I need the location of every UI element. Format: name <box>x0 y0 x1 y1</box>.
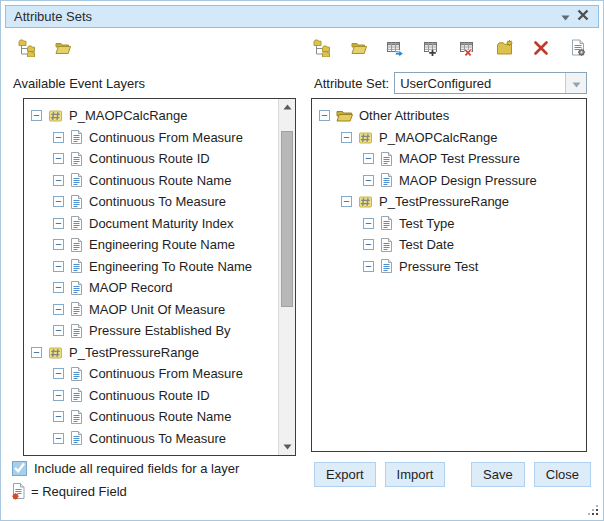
open-folder-icon <box>54 39 72 60</box>
collapse-expander-icon[interactable] <box>53 433 64 444</box>
collapse-expander-icon[interactable] <box>341 132 352 143</box>
layers-tree-button[interactable] <box>312 39 332 59</box>
tree-item[interactable]: Engineering To Route Name <box>24 256 278 278</box>
collapse-expander-icon[interactable] <box>53 368 64 379</box>
tree-item[interactable]: Test Date <box>312 234 586 256</box>
tree-item-label: Other Attributes <box>359 108 449 123</box>
collapse-expander-icon[interactable] <box>363 153 374 164</box>
field-icon <box>70 129 83 145</box>
field-icon <box>380 215 393 231</box>
close-dialog-button[interactable]: Close <box>534 462 591 487</box>
combobox-value: UserConfigured <box>395 76 565 91</box>
collapse-expander-icon[interactable] <box>53 304 64 315</box>
collapse-expander-icon[interactable] <box>53 239 64 250</box>
vertical-scrollbar[interactable] <box>278 99 295 455</box>
collapse-expander-icon[interactable] <box>53 325 64 336</box>
layers-tree-button[interactable] <box>17 39 37 59</box>
open-folder-button[interactable] <box>53 39 73 59</box>
tree-item[interactable]: P_TestPressureRange <box>24 342 278 364</box>
tree-item-label: Continuous Route Name <box>89 409 231 424</box>
tree-item[interactable]: Pressure Established By <box>24 320 278 342</box>
tree-item[interactable]: Continuous To Measure <box>24 428 278 450</box>
field-icon <box>380 151 393 167</box>
tree-item[interactable]: Engineering Route Name <box>24 234 278 256</box>
tree-item[interactable]: Continuous To Measure <box>24 191 278 213</box>
close-button[interactable] <box>574 8 592 26</box>
field-icon <box>380 172 393 188</box>
collapse-expander-icon[interactable] <box>53 153 64 164</box>
collapse-expander-icon[interactable] <box>341 196 352 207</box>
available-event-layers-label: Available Event Layers <box>13 76 145 91</box>
collapse-expander-icon[interactable] <box>53 132 64 143</box>
collapse-expander-icon[interactable] <box>363 261 374 272</box>
open-folder-button[interactable] <box>349 39 369 59</box>
attribute-set-tree: Other AttributesP_MAOPCalcRangeMAOP Test… <box>312 99 586 451</box>
include-required-checkbox[interactable] <box>12 461 27 476</box>
tree-item[interactable]: Continuous Route Name <box>24 406 278 428</box>
tree-item[interactable]: Other Attributes <box>312 105 586 127</box>
close-icon <box>577 9 589 24</box>
required-field-legend: = Required Field <box>11 482 127 500</box>
save-button[interactable]: Save <box>471 462 525 487</box>
tree-item[interactable]: Continuous Route ID <box>24 148 278 170</box>
field-icon <box>70 172 83 188</box>
export-attribute-set-button[interactable] <box>385 39 405 59</box>
combobox-dropdown-button[interactable] <box>565 73 586 93</box>
scroll-down-button[interactable] <box>279 439 296 455</box>
dock-menu-button[interactable] <box>556 8 574 26</box>
tree-item[interactable]: Test Type <box>312 213 586 235</box>
add-attribute-set-button[interactable] <box>422 39 442 59</box>
tree-item-label: Continuous Route ID <box>89 388 210 403</box>
tree-item[interactable]: P_MAOPCalcRange <box>312 127 586 149</box>
tree-item-label: Continuous From Measure <box>89 130 243 145</box>
tree-item[interactable]: MAOP Unit Of Measure <box>24 299 278 321</box>
collapse-expander-icon[interactable] <box>53 282 64 293</box>
export-button[interactable]: Export <box>314 462 376 487</box>
tree-item[interactable]: Document Maturity Index <box>24 213 278 235</box>
delete-attribute-set-button[interactable] <box>458 39 478 59</box>
collapse-expander-icon[interactable] <box>319 110 330 121</box>
collapse-expander-icon[interactable] <box>53 196 64 207</box>
collapse-expander-icon[interactable] <box>53 218 64 229</box>
collapse-expander-icon[interactable] <box>53 261 64 272</box>
tree-item[interactable]: Continuous From Measure <box>24 127 278 149</box>
tree-icon <box>18 39 36 60</box>
collapse-expander-icon[interactable] <box>363 218 374 229</box>
collapse-expander-icon[interactable] <box>363 239 374 250</box>
collapse-expander-icon[interactable] <box>53 175 64 186</box>
collapse-expander-icon[interactable] <box>31 110 42 121</box>
tree-item[interactable]: P_MAOPCalcRange <box>24 105 278 127</box>
scrollbar-thumb[interactable] <box>281 131 293 307</box>
collapse-expander-icon[interactable] <box>363 175 374 186</box>
tree-item[interactable]: Continuous From Measure <box>24 363 278 385</box>
collapse-expander-icon[interactable] <box>53 390 64 401</box>
delete-button[interactable] <box>531 39 551 59</box>
field-icon <box>70 301 83 317</box>
table-add-icon <box>423 39 441 60</box>
attribute-set-combobox[interactable]: UserConfigured <box>394 72 587 94</box>
tree-item-label: MAOP Record <box>89 280 173 295</box>
layer-icon <box>48 108 63 123</box>
layer-icon <box>48 345 63 360</box>
tree-item[interactable]: MAOP Design Pressure <box>312 170 586 192</box>
collapse-expander-icon[interactable] <box>53 411 64 422</box>
titlebar[interactable]: Attribute Sets <box>5 5 599 28</box>
new-folder-button[interactable] <box>495 39 515 59</box>
tree-item-label: MAOP Test Pressure <box>399 151 520 166</box>
import-button[interactable]: Import <box>385 462 446 487</box>
tree-item[interactable]: Continuous Route Name <box>24 170 278 192</box>
report-settings-button[interactable] <box>568 39 588 59</box>
scroll-up-button[interactable] <box>279 99 296 115</box>
field-icon <box>70 409 83 425</box>
collapse-expander-icon[interactable] <box>31 347 42 358</box>
tree-item-label: P_TestPressureRange <box>379 194 509 209</box>
resize-grip[interactable] <box>588 505 600 517</box>
tree-item[interactable]: MAOP Record <box>24 277 278 299</box>
tree-item[interactable]: Continuous Route ID <box>24 385 278 407</box>
tree-item[interactable]: MAOP Test Pressure <box>312 148 586 170</box>
chevron-down-icon <box>561 9 570 24</box>
tree-item-label: Continuous From Measure <box>89 366 243 381</box>
tree-item[interactable]: P_TestPressureRange <box>312 191 586 213</box>
red-x-icon <box>532 39 550 60</box>
tree-item[interactable]: Pressure Test <box>312 256 586 278</box>
